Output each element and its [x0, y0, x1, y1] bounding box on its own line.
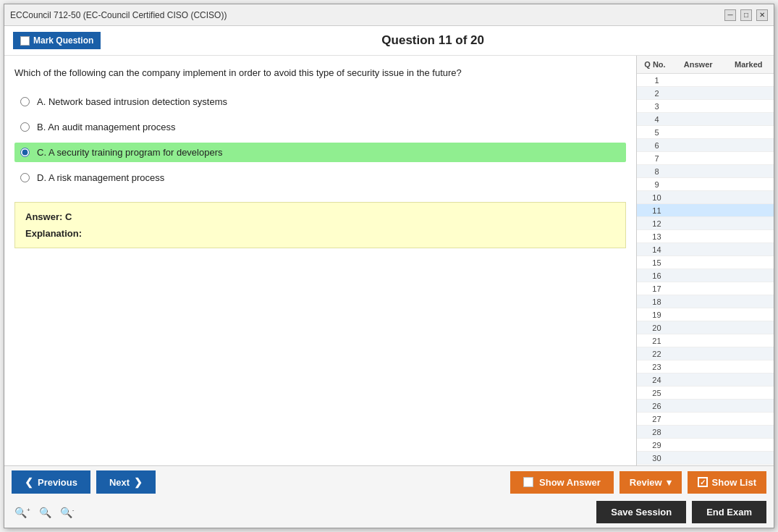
option-c-radio[interactable]: [20, 148, 30, 157]
side-panel-row[interactable]: 30: [637, 452, 774, 465]
maximize-button[interactable]: □: [740, 9, 752, 21]
side-panel-row[interactable]: 2: [637, 87, 774, 100]
window-title: ECCouncil 712-50 (EC-Council Certified C…: [10, 10, 724, 20]
side-panel-row[interactable]: 4: [637, 113, 774, 126]
show-list-button[interactable]: ✓ Show List: [688, 471, 766, 494]
show-list-checkbox-icon: ✓: [698, 477, 708, 487]
col-qno: Q No.: [637, 59, 673, 70]
side-panel-row[interactable]: 3: [637, 100, 774, 113]
question-area: Which of the following can the company i…: [4, 56, 636, 465]
row-num: 12: [640, 219, 674, 228]
mark-question-label: Mark Question: [33, 35, 93, 46]
side-panel-row[interactable]: 9: [637, 178, 774, 191]
side-panel-row[interactable]: 26: [637, 400, 774, 413]
row-num: 5: [640, 128, 674, 137]
side-panel-row[interactable]: 27: [637, 413, 774, 426]
option-d[interactable]: D. A risk management process: [14, 168, 626, 187]
save-session-button[interactable]: Save Session: [596, 501, 686, 523]
side-panel-row[interactable]: 22: [637, 347, 774, 360]
row-num: 13: [640, 232, 674, 241]
option-d-radio[interactable]: [20, 173, 30, 182]
row-num: 24: [640, 376, 674, 384]
row-num: 11: [640, 206, 674, 215]
bottom-row1: ❮ Previous Next ❯ Show Answer Review ▾ ✓: [4, 466, 774, 498]
side-panel-row[interactable]: 7: [637, 152, 774, 165]
side-panel-row[interactable]: 5: [637, 126, 774, 139]
show-answer-label: Show Answer: [539, 477, 601, 488]
question-text: Which of the following can the company i…: [14, 66, 626, 80]
answer-line: Answer: C: [25, 211, 615, 222]
review-label: Review: [630, 477, 662, 488]
side-panel-row[interactable]: 25: [637, 387, 774, 400]
side-panel-row[interactable]: 1: [637, 74, 774, 87]
option-b-radio[interactable]: [20, 122, 30, 132]
row-num: 17: [640, 284, 674, 293]
side-panel-list[interactable]: 1 2 3 4 5 6 7 8: [637, 74, 774, 465]
option-a-radio[interactable]: [20, 97, 30, 106]
side-panel-row[interactable]: 23: [637, 360, 774, 373]
row-num: 16: [640, 271, 674, 280]
side-panel-row[interactable]: 21: [637, 334, 774, 347]
zoom-in-button[interactable]: 🔍+: [12, 505, 33, 520]
show-answer-checkbox-icon: [523, 477, 533, 487]
side-panel-header: Q No. Answer Marked: [637, 56, 774, 74]
side-panel-row[interactable]: 19: [637, 308, 774, 321]
side-panel-row[interactable]: 24: [637, 373, 774, 387]
side-panel-row[interactable]: 11: [637, 204, 774, 217]
zoom-normal-button[interactable]: 🔍: [36, 505, 54, 520]
review-button[interactable]: Review ▾: [620, 471, 682, 494]
side-panel-row[interactable]: 6: [637, 139, 774, 152]
row-num: 3: [640, 102, 674, 111]
show-list-label: Show List: [712, 477, 756, 488]
col-answer: Answer: [673, 59, 724, 70]
side-panel-row[interactable]: 14: [637, 243, 774, 256]
side-panel-row[interactable]: 29: [637, 439, 774, 452]
bottom-toolbar: ❮ Previous Next ❯ Show Answer Review ▾ ✓: [4, 465, 774, 528]
previous-label: Previous: [38, 477, 77, 488]
row-num: 14: [640, 245, 674, 254]
row-num: 18: [640, 297, 674, 306]
row-num: 28: [640, 428, 674, 436]
row-num: 1: [640, 76, 674, 85]
row-num: 8: [640, 167, 674, 176]
end-exam-button[interactable]: End Exam: [692, 501, 766, 523]
mark-question-button[interactable]: Mark Question: [13, 32, 101, 49]
row-num: 29: [640, 441, 674, 449]
question-title: Question 11 of 20: [101, 33, 765, 48]
next-label: Next: [109, 477, 130, 488]
side-panel-row[interactable]: 8: [637, 165, 774, 178]
option-a[interactable]: A. Network based intrusion detection sys…: [14, 92, 626, 111]
show-answer-button[interactable]: Show Answer: [510, 471, 614, 494]
window-controls: ─ □ ✕: [724, 9, 768, 21]
side-panel-row[interactable]: 17: [637, 282, 774, 295]
options-list: A. Network based intrusion detection sys…: [14, 92, 626, 187]
save-session-label: Save Session: [611, 507, 672, 518]
side-panel-row[interactable]: 13: [637, 230, 774, 243]
minimize-button[interactable]: ─: [724, 9, 736, 21]
previous-button[interactable]: ❮ Previous: [12, 470, 90, 494]
next-button[interactable]: Next ❯: [96, 470, 156, 494]
side-panel-row[interactable]: 15: [637, 256, 774, 269]
option-b[interactable]: B. An audit management process: [14, 117, 626, 137]
close-button[interactable]: ✕: [756, 9, 768, 21]
side-panel-row[interactable]: 18: [637, 295, 774, 308]
option-c[interactable]: C. A security training program for devel…: [14, 143, 626, 162]
row-num: 22: [640, 350, 674, 358]
row-num: 27: [640, 415, 674, 423]
side-panel-row[interactable]: 16: [637, 269, 774, 282]
row-num: 21: [640, 337, 674, 345]
col-marked: Marked: [723, 59, 774, 70]
previous-arrow-icon: ❮: [25, 476, 33, 488]
row-num: 4: [640, 115, 674, 124]
mark-checkbox-icon: [20, 36, 30, 46]
titlebar: ECCouncil 712-50 (EC-Council Certified C…: [4, 4, 774, 26]
side-panel-row[interactable]: 10: [637, 191, 774, 204]
row-num: 15: [640, 258, 674, 267]
side-panel-row[interactable]: 12: [637, 217, 774, 230]
zoom-out-button[interactable]: 🔍-: [57, 505, 77, 520]
side-panel-row[interactable]: 20: [637, 321, 774, 334]
row-num: 26: [640, 402, 674, 410]
top-toolbar: Mark Question Question 11 of 20: [4, 26, 774, 56]
side-panel-row[interactable]: 28: [637, 426, 774, 439]
app-window: ECCouncil 712-50 (EC-Council Certified C…: [4, 4, 774, 528]
